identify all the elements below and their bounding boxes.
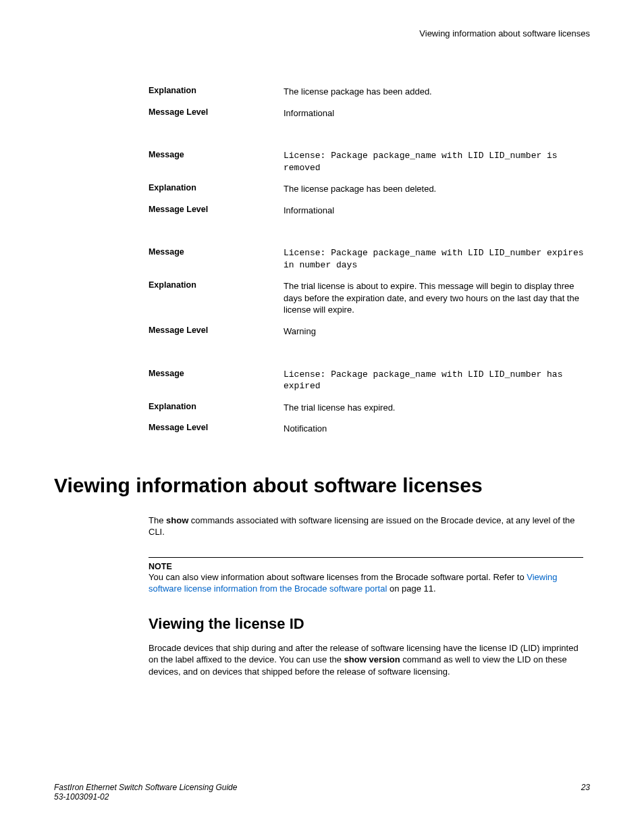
table-row: Explanation The license package has been…	[149, 86, 590, 98]
value-level: Informational	[284, 205, 590, 217]
text: The	[149, 515, 166, 525]
value-level: Warning	[284, 325, 590, 338]
message-table: Explanation The license package has been…	[149, 86, 590, 435]
bold-command: show version	[344, 654, 400, 664]
text: on page 11.	[387, 583, 435, 594]
table-row: Message License: Package package_name wi…	[149, 247, 590, 271]
footer-doc-number: 53-1003091-02	[54, 792, 237, 802]
subsection-heading: Viewing the license ID	[149, 615, 583, 633]
running-header: Viewing information about software licen…	[54, 28, 590, 38]
value-message: License: Package package_name with LID L…	[284, 150, 590, 174]
subsection-paragraph: Brocade devices that ship during and aft…	[149, 642, 583, 678]
table-row: Explanation The trial license is about t…	[149, 280, 590, 316]
footer-page-number: 23	[581, 783, 590, 802]
value-message: License: Package package_name with LID L…	[284, 247, 590, 271]
footer-doc-title: FastIron Ethernet Switch Software Licens…	[54, 783, 237, 792]
label-explanation: Explanation	[149, 86, 284, 98]
footer-doc-info: FastIron Ethernet Switch Software Licens…	[54, 783, 237, 802]
table-row: Explanation The license package has been…	[149, 183, 590, 195]
label-level: Message Level	[149, 107, 284, 120]
label-message: Message	[149, 150, 284, 174]
value-explanation: The trial license is about to expire. Th…	[284, 280, 590, 316]
label-explanation: Explanation	[149, 280, 284, 316]
table-row: Explanation The trial license has expire…	[149, 402, 590, 414]
value-explanation: The trial license has expired.	[284, 402, 590, 414]
page-footer: FastIron Ethernet Switch Software Licens…	[54, 783, 590, 802]
table-row: Message Level Informational	[149, 107, 590, 120]
label-message: Message	[149, 369, 284, 392]
label-explanation: Explanation	[149, 183, 284, 195]
label-level: Message Level	[149, 325, 284, 338]
note-box: NOTE You can also view information about…	[149, 557, 583, 595]
text: You can also view information about soft…	[149, 572, 527, 582]
value-level: Informational	[284, 107, 590, 120]
label-level: Message Level	[149, 423, 284, 435]
value-message: License: Package package_name with LID L…	[284, 369, 590, 392]
note-label: NOTE	[149, 562, 583, 571]
label-level: Message Level	[149, 205, 284, 217]
intro-paragraph: The show commands associated with softwa…	[149, 515, 583, 538]
value-level: Notification	[284, 423, 590, 435]
note-text: You can also view information about soft…	[149, 571, 583, 595]
table-row: Message Level Notification	[149, 423, 590, 435]
label-message: Message	[149, 247, 284, 271]
label-explanation: Explanation	[149, 402, 284, 414]
section-heading: Viewing information about software licen…	[54, 474, 590, 497]
value-explanation: The license package has been added.	[284, 86, 590, 98]
table-row: Message Level Warning	[149, 325, 590, 338]
table-row: Message License: Package package_name wi…	[149, 150, 590, 174]
value-explanation: The license package has been deleted.	[284, 183, 590, 195]
text: commands associated with software licens…	[149, 515, 575, 538]
table-row: Message License: Package package_name wi…	[149, 369, 590, 392]
table-row: Message Level Informational	[149, 205, 590, 217]
bold-command: show	[166, 515, 188, 525]
